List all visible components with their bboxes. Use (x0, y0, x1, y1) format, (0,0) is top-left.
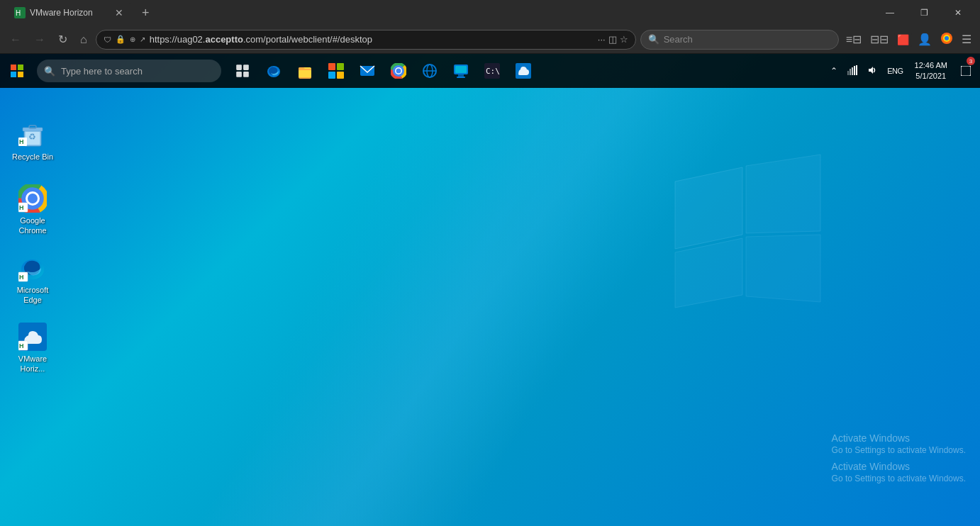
svg-text:H: H (19, 342, 24, 349)
taskbar-file-explorer-icon[interactable] (289, 54, 321, 88)
system-tray: ⌃ ENG (823, 54, 980, 88)
microsoft-edge-icon[interactable]: H Microsoft Edge (7, 251, 58, 308)
tray-show-hidden-icon[interactable]: ⌃ (826, 63, 842, 79)
svg-rect-36 (236, 72, 242, 77)
svg-rect-42 (337, 63, 344, 70)
svg-rect-68 (961, 66, 971, 76)
task-view-button[interactable] (227, 54, 258, 88)
google-chrome-icon[interactable]: H Google Chrome (7, 181, 58, 239)
tab-bar: H VMware Horizon ✕ + (6, 3, 871, 23)
vmware-horizon-desktop-icon[interactable]: H VMware Horiz... (7, 320, 58, 377)
microsoft-edge-label: Microsoft Edge (10, 285, 55, 306)
taskbar-store-icon[interactable] (321, 54, 352, 88)
home-button[interactable]: ⌂ (76, 30, 91, 49)
vmware-horizon-image: H (18, 323, 47, 351)
svg-point-21 (28, 194, 38, 203)
svg-rect-31 (18, 65, 23, 70)
active-tab[interactable]: H VMware Horizon ✕ (6, 3, 133, 23)
toolbar-icons: ≡⊟ ⊟⊟ 🟥 👤 ☰ (843, 29, 974, 50)
notification-badge: 3 (967, 57, 975, 65)
svg-point-4 (945, 36, 949, 40)
svg-rect-62 (847, 71, 849, 75)
svg-marker-67 (869, 67, 873, 74)
svg-rect-33 (18, 72, 23, 77)
svg-marker-5 (675, 167, 742, 249)
address-actions: ··· ◫ ☆ (598, 34, 628, 45)
windows-logo-watermark (654, 125, 838, 309)
vmware-horizon-label: VMware Horiz... (10, 354, 55, 374)
system-clock[interactable]: 12:46 AM 5/1/2021 (909, 57, 953, 85)
url-display: https://uag02.acceptto.com/portal/webcli… (150, 34, 594, 45)
taskbar-vmware-horizon-icon[interactable] (508, 54, 539, 88)
google-chrome-label: Google Chrome (10, 216, 55, 236)
pocket-icon[interactable]: ◫ (608, 34, 617, 45)
tab-title: VMware Horizon (30, 8, 109, 18)
tab-favicon: H (14, 7, 26, 18)
mixed-content-icon: ↗ (140, 35, 145, 43)
maximize-button[interactable]: ❐ (908, 3, 940, 23)
taskbar-chrome-icon[interactable] (383, 54, 414, 88)
activate-windows-title2: Activate Windows (832, 461, 966, 472)
microsoft-edge-image: H (18, 254, 47, 282)
taskbar-remote-desktop-icon[interactable] (445, 54, 477, 88)
taskbar-internet-explorer-icon[interactable] (414, 54, 445, 88)
activate-windows-subtitle2: Go to Settings to activate Windows. (832, 474, 966, 483)
tab-close-button[interactable]: ✕ (113, 7, 125, 18)
library-icon[interactable]: ≡⊟ (843, 30, 864, 49)
svg-text:H: H (16, 9, 21, 17)
svg-rect-41 (328, 63, 335, 70)
forward-button[interactable]: → (30, 30, 50, 49)
svg-rect-66 (856, 65, 857, 75)
browser-window: H VMware Horizon ✕ + — ❐ ✕ ← → ↻ ⌂ 🛡 🔒 ⊕… (0, 0, 980, 526)
taskbar-search-icon: 🔍 (44, 66, 55, 77)
new-tab-button[interactable]: + (136, 3, 155, 23)
taskbar-search-box[interactable]: 🔍 Type here to search (37, 60, 221, 82)
svg-rect-32 (11, 72, 16, 77)
start-button[interactable] (0, 54, 34, 88)
clock-time: 12:46 AM (915, 60, 947, 71)
recycle-bin-icon[interactable]: ♻ H Recycle Bin (7, 118, 58, 164)
search-input[interactable] (664, 34, 831, 45)
svg-rect-34 (236, 65, 242, 70)
tray-language-indicator[interactable]: ENG (883, 64, 907, 78)
notification-center-button[interactable]: 3 (954, 54, 977, 88)
taskbar-search-placeholder: Type here to search (61, 66, 143, 77)
minimize-button[interactable]: — (874, 3, 906, 23)
tray-volume-icon[interactable] (863, 62, 881, 80)
svg-rect-56 (455, 66, 467, 73)
menu-icon[interactable]: ☰ (959, 30, 974, 49)
svg-point-51 (396, 69, 401, 74)
google-chrome-image: H (18, 184, 47, 213)
firefox-icon[interactable] (937, 29, 956, 50)
taskbar-edge-icon[interactable] (258, 54, 289, 88)
address-bar[interactable]: 🛡 🔒 ⊕ ↗ https://uag02.acceptto.com/porta… (96, 30, 636, 50)
back-button[interactable]: ← (6, 30, 26, 49)
svg-rect-58 (457, 77, 465, 78)
svg-rect-44 (337, 72, 344, 79)
clock-date: 5/1/2021 (915, 71, 947, 82)
taskbar-pinned-icons: C:\ (227, 54, 539, 88)
recycle-bin-image: ♻ H (18, 121, 47, 149)
refresh-button[interactable]: ↻ (54, 30, 72, 49)
window-controls: — ❐ ✕ (874, 3, 974, 23)
svg-text:C:\: C:\ (486, 67, 500, 76)
reader-view-icon[interactable]: ⊟⊟ (867, 30, 891, 49)
svg-rect-63 (850, 69, 851, 75)
shield-icon: 🛡 (104, 35, 111, 44)
account-icon[interactable]: 👤 (915, 30, 935, 49)
recycle-bin-label: Recycle Bin (12, 152, 53, 162)
svg-marker-6 (746, 155, 820, 233)
taskbar-cmd-icon[interactable]: C:\ (477, 54, 508, 88)
taskbar-mail-icon[interactable] (352, 54, 383, 88)
tray-network-icon[interactable] (843, 62, 862, 80)
svg-text:H: H (19, 204, 24, 211)
more-button[interactable]: ··· (598, 34, 606, 45)
bookmark-icon[interactable]: ☆ (620, 34, 628, 45)
activate-windows-watermark: Activate Windows Go to Settings to activ… (832, 432, 966, 483)
browser-search-bar[interactable]: 🔍 (640, 30, 839, 50)
title-bar: H VMware Horizon ✕ + — ❐ ✕ (0, 0, 980, 26)
extensions-icon[interactable]: 🟥 (894, 33, 912, 47)
close-button[interactable]: ✕ (942, 3, 974, 23)
svg-text:H: H (19, 138, 24, 145)
svg-rect-43 (328, 72, 335, 79)
